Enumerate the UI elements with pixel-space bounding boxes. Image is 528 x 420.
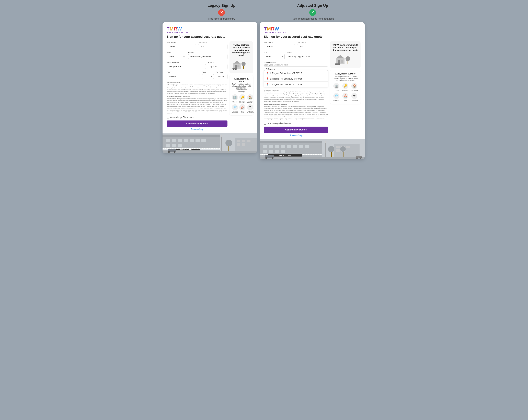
adj-continue-button[interactable]: Continue My Quotes (264, 127, 328, 133)
adjusted-icon: ✓ (309, 9, 316, 16)
adj-logo-t: T (264, 26, 267, 31)
adj-previous-button[interactable]: Previous Step (290, 134, 302, 136)
adj-vaubles-icon-item: 💎 Vaubles (333, 93, 340, 101)
svg-rect-43 (242, 143, 245, 146)
city-input[interactable] (167, 74, 200, 79)
zip-group: Zip Code* (216, 71, 228, 79)
zip-input[interactable] (216, 74, 228, 79)
suffix-select[interactable]: None Jr. Sr. II III (167, 54, 186, 59)
legacy-label-section: Legacy Sign Up ✕ Free form address entry (207, 3, 235, 20)
email-group: E-Mail* (188, 51, 228, 59)
svg-rect-14 (178, 139, 182, 142)
legacy-continue-button[interactable]: Continue My Quotes (167, 121, 228, 127)
svg-rect-15 (184, 139, 188, 142)
adj-condo-icon: 🏢 (333, 83, 339, 89)
adj-email-required: * (292, 51, 293, 53)
comparison-area: Legacy Sign Up ✕ Free form address entry… (163, 3, 365, 20)
adj-street-group: Street Address* Begin typing address unt… (264, 61, 328, 87)
logo-w: W (177, 26, 182, 31)
adj-umbrella-label: Umbrella (351, 100, 358, 101)
svg-rect-3 (238, 65, 240, 67)
suffix-group: Suffix None Jr. Sr. II III (167, 51, 186, 59)
adj-partners-card: TMRW partners with 50+ carriers to provi… (330, 41, 360, 68)
adj-last-name-group: Last Name* (297, 41, 328, 49)
svg-rect-21 (178, 144, 182, 147)
last-name-input[interactable] (198, 44, 228, 49)
legacy-partners-title: TMRW partners with 50+ carriers to provi… (232, 44, 251, 56)
adj-first-name-group: First Name* (264, 41, 295, 49)
city-required: * (170, 71, 171, 73)
dropdown-item-2[interactable]: 📍 2 Rogers Rd. Simsbury, CT 07654 (264, 76, 328, 82)
svg-rect-64 (263, 150, 267, 153)
adj-icons-grid: 🏢 Condo 🔑 Renters 🏠 Landlord (333, 83, 358, 101)
landlord-icon: 🏠 (247, 94, 253, 100)
suffix-email-row: Suffix None Jr. Sr. II III (167, 51, 228, 59)
city-group: City* (167, 71, 200, 79)
adj-last-name-input[interactable] (297, 44, 328, 49)
adjusted-building-area: CENTRAL CAFE (260, 139, 365, 159)
renters-icon: 🔑 (239, 94, 245, 100)
state-select[interactable]: CT NY MA (202, 74, 214, 79)
adjusted-title: Adjusted Sign Up (297, 3, 328, 8)
adj-suffix-select[interactable]: None Jr. Sr. (264, 54, 285, 59)
adj-suffix-label: Suffix (264, 51, 285, 53)
svg-rect-13 (172, 139, 176, 142)
street-input[interactable] (167, 64, 206, 69)
svg-rect-61 (293, 145, 297, 148)
logo-tagline: INSURANCE FOR YOU (167, 31, 253, 33)
first-name-label: First Name* (167, 41, 196, 43)
svg-point-49 (346, 56, 350, 61)
boat-icon-item: ⛵ Boat (239, 104, 245, 113)
apt-input[interactable] (208, 64, 228, 69)
street-label: Street Address* (167, 61, 206, 63)
legacy-disclosure-info: Information Disclosure To provide you wi… (167, 81, 228, 94)
legacy-partners-card: TMRW partners with 50+ carriers to provi… (229, 41, 253, 73)
legacy-previous-button[interactable]: Previous Step (191, 128, 204, 130)
street-required: * (179, 61, 180, 63)
legacy-logo: TMRW INSURANCE FOR YOU (167, 26, 253, 33)
renters-icon-item: 🔑 Renters (239, 94, 245, 103)
svg-rect-84 (343, 152, 344, 157)
adj-suffix-group: Suffix None Jr. Sr. ▼ (264, 51, 285, 59)
dropdown-address-2: 2 Rogers Rd. Simsbury, CT 07654 (270, 77, 304, 80)
state-label: State* (202, 71, 214, 73)
svg-rect-20 (172, 144, 176, 147)
adj-auto-home-title: Auto, Home & More (333, 73, 358, 75)
first-name-input[interactable] (167, 44, 196, 49)
adj-condo-label: Condo (334, 90, 339, 92)
legacy-panel: TMRW INSURANCE FOR YOU Sign up for your … (163, 22, 257, 153)
adjusted-street-scene: CENTRAL CAFE (260, 139, 365, 159)
svg-rect-55 (260, 141, 322, 143)
acknowledge-label: Acknowledge Disclosures (170, 116, 193, 118)
email-input[interactable] (188, 54, 228, 59)
adj-logo-m: M (267, 26, 271, 31)
logo-r: R (174, 26, 177, 31)
dropdown-item-3[interactable]: 📍 2 Rogers Rd. Goshen, NY 10076 (264, 82, 328, 87)
legacy-auto-home-card: Auto, Home & More Don't forget to ask ab… (229, 75, 253, 115)
adj-street-label: Street Address* (264, 61, 328, 63)
svg-point-8 (235, 69, 237, 70)
adj-acknowledge-checkbox[interactable] (264, 122, 266, 124)
logo-t: T (167, 26, 170, 31)
adj-disclosure-insuramatch: InsuraMatch Information Disclosure Insur… (264, 104, 328, 121)
condo-label: Condo (232, 101, 237, 103)
adj-last-name-required: * (306, 41, 307, 43)
acknowledge-checkbox[interactable] (167, 116, 169, 118)
adj-suffix-email-row: Suffix None Jr. Sr. ▼ (264, 51, 328, 59)
svg-rect-42 (237, 143, 240, 146)
svg-rect-58 (275, 145, 279, 148)
address-dropdown: 📍 2 Rogers Rd. Wolcott, CT 06716 📍 2 Rog… (264, 70, 328, 87)
house-illustration (232, 58, 251, 70)
adj-first-name-required: * (273, 41, 274, 43)
dropdown-item-1[interactable]: 📍 2 Rogers Rd. Wolcott, CT 06716 (264, 70, 328, 76)
adj-name-row: First Name* Last Name* (264, 41, 328, 49)
last-name-required: * (207, 41, 208, 43)
svg-rect-60 (287, 145, 291, 148)
street-apt-row: Street Address* Apt/Unit (167, 61, 228, 69)
svg-rect-56 (263, 145, 267, 148)
svg-rect-91 (356, 156, 361, 158)
panels-container: TMRW INSURANCE FOR YOU Sign up for your … (163, 22, 365, 159)
adj-first-name-input[interactable] (264, 44, 295, 49)
adj-email-input[interactable] (287, 54, 328, 59)
umbrella-label: Umbrella (247, 111, 253, 113)
